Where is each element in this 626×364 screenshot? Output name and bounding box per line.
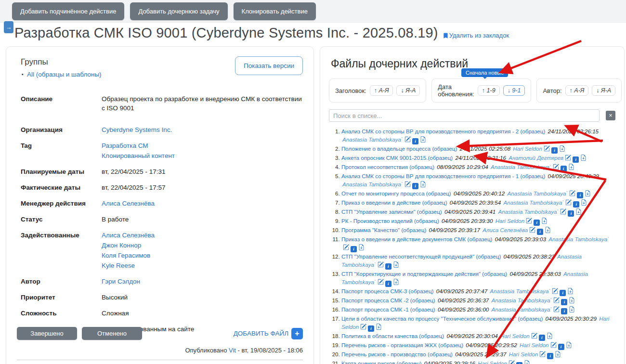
file-title-link[interactable]: Перечень рисков - организация ЖКХ (образ… <box>341 342 463 348</box>
add-child-task-button[interactable]: Добавить дочернюю задачу <box>130 2 227 20</box>
download-icon[interactable] <box>420 181 426 187</box>
download-icon[interactable] <box>393 279 399 285</box>
file-author-link[interactable]: Анатолий Дегтярев <box>509 155 563 161</box>
cancel-button[interactable]: Отменено <box>82 327 142 340</box>
info-icon[interactable]: i <box>560 290 566 296</box>
download-icon[interactable] <box>569 297 575 303</box>
file-title-link[interactable]: Политика в области качества (образец) <box>341 333 444 339</box>
file-title-link[interactable]: Приказ о введении в действие (образец) <box>341 199 447 206</box>
detail-value-link[interactable]: Коля Герасимов <box>102 251 155 260</box>
file-author-link[interactable]: Hari Seldon <box>478 360 507 364</box>
info-icon[interactable]: i <box>573 156 579 163</box>
edit-icon[interactable] <box>404 181 411 187</box>
clone-action-button[interactable]: Клонировать действие <box>234 2 316 20</box>
file-author-link[interactable]: Hari Seldon <box>509 351 538 357</box>
file-author-link[interactable]: Anastasia Tambolskaya` <box>342 181 403 187</box>
edit-icon[interactable] <box>539 351 546 357</box>
detail-value-link[interactable]: Разработка СМ <box>102 141 175 150</box>
file-author-link[interactable]: Anastasia Tambolskaya` <box>491 164 551 170</box>
edit-icon[interactable] <box>378 261 384 268</box>
file-title-link[interactable]: Программа "Качество" (образец) <box>341 227 426 233</box>
info-icon[interactable]: i <box>561 308 567 314</box>
file-author-link[interactable]: Anastasia Tambolskaya` <box>508 190 568 196</box>
file-title-link[interactable]: Карта оценки рисков (образец) <box>341 360 421 364</box>
detail-value-link[interactable]: Алиса Селезнёва <box>102 199 155 208</box>
add-file-link[interactable]: ДОБАВИТЬ ФАЙЛ + <box>234 328 303 339</box>
sort-group-author-desc-button[interactable]: ↓ Я-А <box>592 85 615 96</box>
download-icon[interactable] <box>541 218 548 224</box>
detail-value-link[interactable]: Гэри Сэлдон <box>102 277 140 286</box>
edit-icon[interactable] <box>509 360 515 364</box>
download-icon[interactable] <box>566 342 572 348</box>
detail-value-link[interactable]: Cyberdyne Systems Inc. <box>102 125 172 134</box>
info-icon[interactable]: i <box>537 229 543 235</box>
edit-icon[interactable] <box>565 199 572 206</box>
info-icon[interactable]: i <box>573 201 579 208</box>
sort-group-author-asc-button[interactable]: ↑ А-Я <box>565 85 589 96</box>
info-icon[interactable]: i <box>561 299 567 305</box>
file-title-link[interactable]: СТП "Управление несоответствующей продук… <box>341 253 501 260</box>
file-title-link[interactable]: Паспорт процесса СМК-3 (образец) <box>341 288 433 294</box>
group-link[interactable]: All (образцы и шаблоны) <box>27 71 102 78</box>
edit-icon[interactable] <box>529 227 535 233</box>
sort-group-date-desc-button[interactable]: ↓ 9-1 <box>503 85 525 96</box>
file-author-link[interactable]: Anastasia Tambolskaya` <box>498 208 559 215</box>
info-icon[interactable]: i <box>568 210 574 217</box>
detail-value-link[interactable]: Джон Коннор <box>102 241 155 250</box>
sort-group-date-asc-button[interactable]: ↑ 1-9 <box>478 85 500 96</box>
edit-icon[interactable] <box>553 306 560 312</box>
show-versions-button[interactable]: Показать версии <box>235 56 303 75</box>
edit-icon[interactable] <box>404 136 411 143</box>
edit-icon[interactable] <box>360 324 366 330</box>
file-title-link[interactable]: Анкета опросник СМК 9001-2015.(образец) <box>341 155 453 161</box>
info-icon[interactable]: i <box>551 147 558 154</box>
file-title-link[interactable]: Отчет по мониторингу процесса (образец) <box>341 190 451 196</box>
info-icon[interactable]: i <box>351 246 357 252</box>
detail-value-link[interactable]: Алиса Селезнёва <box>102 231 155 240</box>
download-icon[interactable] <box>393 261 399 268</box>
detail-value-link[interactable]: Kyle Reese <box>102 261 155 270</box>
complete-button[interactable]: Завершено <box>17 327 77 340</box>
download-icon[interactable] <box>376 324 382 330</box>
published-author-link[interactable]: Vit <box>229 347 236 354</box>
info-icon[interactable]: i <box>516 362 522 364</box>
download-icon[interactable] <box>545 227 551 233</box>
edit-icon[interactable] <box>565 155 571 161</box>
remove-bookmark-link[interactable]: Удалить из закладок <box>443 32 509 39</box>
edit-icon[interactable] <box>526 218 532 224</box>
download-icon[interactable] <box>559 145 565 152</box>
info-icon[interactable]: i <box>547 353 553 359</box>
search-clear-button[interactable]: × <box>606 111 615 120</box>
edit-icon[interactable] <box>553 297 560 303</box>
file-title-link[interactable]: РК - Производство изделий (образец) <box>341 218 439 224</box>
file-title-link[interactable]: Паспорт процесса СМК -2 (образец) <box>341 297 435 303</box>
info-icon[interactable]: i <box>558 344 564 350</box>
edit-icon[interactable] <box>550 342 557 348</box>
info-icon[interactable]: i <box>539 335 545 341</box>
file-author-link[interactable]: Hari Seldon <box>520 342 549 348</box>
file-title-link[interactable]: Анализ СМК со стороны ВР для производств… <box>341 173 545 179</box>
file-author-link[interactable]: Anastasia Tambolskaya` <box>490 288 550 294</box>
edit-icon[interactable] <box>553 164 559 170</box>
edit-icon[interactable] <box>560 208 566 215</box>
download-icon[interactable] <box>547 333 553 339</box>
sort-group-title-desc-button[interactable]: ↓ Я-А <box>396 85 420 96</box>
arrow-right-tab-button[interactable]: → <box>4 21 13 33</box>
edit-icon[interactable] <box>569 190 575 196</box>
info-icon[interactable]: i <box>561 166 567 172</box>
file-title-link[interactable]: СТП "Корректирующие и подтверждающие дей… <box>341 271 507 277</box>
info-icon[interactable]: i <box>577 192 583 198</box>
detail-value-link[interactable]: Клонированный контент <box>102 151 175 160</box>
edit-icon[interactable] <box>552 288 558 294</box>
file-author-link[interactable]: Anastasia Tambolskaya` <box>492 297 552 303</box>
file-title-link[interactable]: Положение о владельце процесса (образец) <box>341 145 457 152</box>
sort-group-title-asc-button[interactable]: ↑ А-Я <box>370 85 393 96</box>
file-title-link[interactable]: Перечень рисков - производство (образец) <box>341 351 453 357</box>
download-icon[interactable] <box>581 199 587 206</box>
download-icon[interactable] <box>580 155 587 161</box>
file-author-link[interactable]: Anastasia Tambolskaya` <box>503 199 564 206</box>
file-title-link[interactable]: Паспорт процесса СМК -1 (образец) <box>341 306 435 312</box>
download-icon[interactable] <box>420 136 426 143</box>
edit-icon[interactable] <box>343 244 349 250</box>
file-author-link[interactable]: Алиса Селезнёва <box>483 227 528 233</box>
